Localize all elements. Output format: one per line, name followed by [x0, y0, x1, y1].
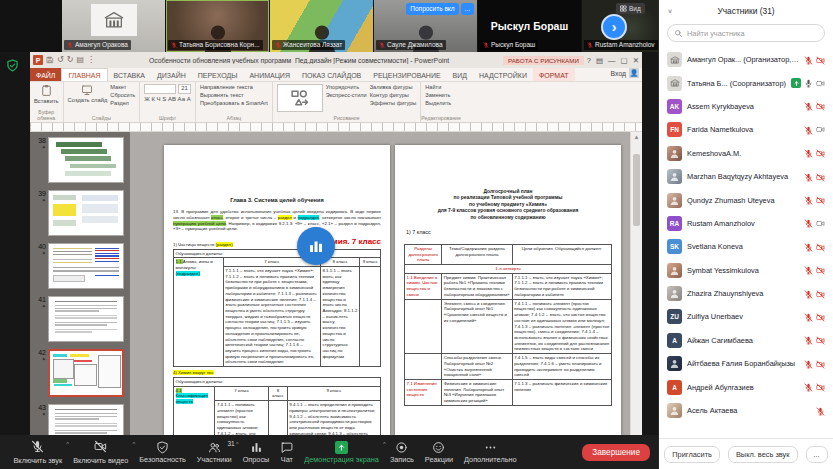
ribbon-options-button[interactable]: ▤	[596, 56, 603, 65]
undo-icon[interactable]: ↺	[57, 55, 64, 65]
tab-надстройки[interactable]: НАДСТРОЙКИ	[473, 68, 533, 81]
reset-button[interactable]: Сбросить	[110, 92, 135, 98]
participant-row[interactable]: Zhazira Zhauynshiyeva	[667, 282, 825, 305]
find-button[interactable]: Найти	[425, 84, 451, 90]
toolbar-mic-off-button[interactable]: Включить звук^	[14, 440, 63, 465]
scroll-up-arrow[interactable]: ▲	[631, 134, 642, 140]
tab-формат[interactable]: ФОРМАТ	[533, 68, 575, 81]
select-button[interactable]: Выделить	[425, 100, 451, 106]
search-participant-input[interactable]: Найти участника	[667, 24, 825, 42]
slide-thumbnail-41[interactable]: 41✦	[32, 296, 124, 342]
toolbar-chat-button[interactable]: Чат	[280, 440, 293, 465]
redo-icon[interactable]: ↻	[67, 55, 74, 65]
toolbar-video-off-button[interactable]: Включить видео^	[73, 440, 128, 465]
scrollbar-thumb[interactable]	[633, 154, 640, 226]
participant-row[interactable]: Symbat Yessimkulova	[667, 259, 825, 282]
participant-row[interactable]: Асель Актаева	[667, 399, 825, 422]
paste-button[interactable]: Вставить	[34, 84, 59, 104]
video-tile[interactable]: Жансеитова Ляззат	[270, 0, 373, 52]
convert-smartart-button[interactable]: Преобразовать в SmartArt	[200, 100, 268, 106]
participant-row[interactable]: FNFarida Nametkulova	[667, 118, 825, 141]
tab-файл[interactable]: ФАЙЛ	[30, 68, 61, 81]
replace-button[interactable]: Заменить	[425, 92, 451, 98]
chevron-up-icon[interactable]: ^	[236, 441, 239, 447]
tab-анимация[interactable]: АНИМАЦИЯ	[243, 68, 296, 81]
video-tile[interactable]: Татьяна Борисовна Корн...	[166, 0, 269, 52]
collapse-chevron-icon[interactable]: ˅	[668, 8, 672, 15]
arrange-button[interactable]: Упорядочить	[326, 84, 367, 90]
view-button[interactable]: Вид	[616, 3, 645, 14]
font-name-select[interactable]	[144, 84, 176, 94]
shape-effects-button[interactable]: Эффекты фигуры	[370, 100, 417, 106]
shape-fill-button[interactable]: Заливка фигуры	[370, 84, 417, 90]
slide-thumbnail-42[interactable]: 42✦	[32, 349, 124, 397]
slide-preview[interactable]	[48, 137, 124, 183]
shape-gallery[interactable]	[277, 84, 323, 112]
slide-preview[interactable]	[48, 243, 124, 289]
participant-row[interactable]: ААндрей Абулгазиев	[667, 375, 825, 398]
toolbar-reactions-button[interactable]: Реакции	[425, 440, 453, 465]
vertical-scrollbar[interactable]: ▲	[630, 132, 642, 469]
participant-row[interactable]: RARustam Amanzholov	[667, 212, 825, 235]
slide-editing-area[interactable]: Глава 3. Система целей обучения 13. В пр…	[130, 132, 642, 469]
chart-annotation-icon[interactable]	[297, 227, 335, 265]
close-button[interactable]: ✕	[633, 56, 639, 65]
participant-row[interactable]: Амангул Орак... (Организатор, я)	[667, 48, 825, 71]
customize-qat-icon[interactable]: ⋮	[87, 55, 95, 65]
slide-thumbnail-40[interactable]: 40✦	[32, 243, 124, 289]
help-button[interactable]: ?	[587, 56, 591, 65]
mute-all-button[interactable]: Выкл. весь звук	[728, 446, 798, 463]
tab-показ слайдов[interactable]: ПОКАЗ СЛАЙДОВ	[296, 68, 367, 81]
tab-дизайн[interactable]: ДИЗАЙН	[151, 68, 192, 81]
align-text-button[interactable]: Выровнять текст	[200, 92, 268, 98]
participant-row[interactable]: SKSvetlana Koneva	[667, 235, 825, 258]
end-meeting-button[interactable]: Завершение	[582, 444, 650, 461]
quick-styles-button[interactable]: Экспресс-стили	[326, 92, 367, 98]
tab-вставка[interactable]: ВСТАВКА	[108, 68, 151, 81]
text-direction-button[interactable]: Направление текста	[200, 84, 268, 90]
slideshow-icon[interactable]: ▤	[76, 55, 84, 65]
tab-главная[interactable]: ГЛАВНАЯ	[61, 68, 107, 81]
new-slide-button[interactable]: Создать слайд	[68, 84, 108, 103]
participant-row[interactable]: ААйжан Сагимбаева	[667, 329, 825, 352]
section-button[interactable]: Раздел	[110, 100, 135, 106]
toolbar-more-button[interactable]: Дополнительно	[464, 440, 517, 465]
slide-thumbnail-38[interactable]: 38✦	[32, 137, 124, 183]
participant-row[interactable]: Айтбаева Ғалия Боранбайқызы	[667, 352, 825, 375]
video-tile[interactable]: Рыскул БорашРыскул Бораш	[478, 0, 581, 52]
tab-рецензирование[interactable]: РЕЦЕНЗИРОВАНИЕ	[367, 68, 446, 81]
next-participants-button[interactable]: ›	[601, 14, 627, 40]
slide-thumbnails-panel[interactable]: 38✦39✦40✦41✦42✦43✦	[30, 132, 130, 469]
video-tile[interactable]: Амангул Оракова	[62, 0, 165, 52]
participant-row[interactable]: Qundyz Zhumash Uteyeva	[667, 188, 825, 211]
more-button[interactable]: ...	[806, 446, 828, 463]
participant-row[interactable]: KemeshovaA.M.	[667, 142, 825, 165]
participant-row[interactable]: Marzhan Baqytqyzy Akhtayeva	[667, 165, 825, 188]
chevron-up-icon[interactable]: ^	[132, 441, 135, 447]
window-controls[interactable]: ? ▤ ― ▢ ✕	[587, 56, 639, 65]
more-options-button[interactable]: ...	[461, 3, 474, 15]
shape-outline-button[interactable]: Контур фигуры	[370, 92, 417, 98]
quick-access-toolbar[interactable]: P ↺ ↻ ▤ ⋮	[33, 55, 95, 65]
slide-preview[interactable]	[48, 296, 124, 342]
slide-thumbnail-39[interactable]: 39✦	[32, 190, 124, 236]
slide-preview[interactable]	[48, 349, 124, 397]
tab-переходы[interactable]: ПЕРЕХОДЫ	[192, 68, 244, 81]
video-tile[interactable]: Попросить вкл...Сауле Джамилова	[374, 0, 477, 52]
participant-row[interactable]: ZUZulfiya Unerbaev	[667, 305, 825, 328]
participant-row[interactable]: AKAssem Kyrykbayeva	[667, 95, 825, 118]
font-size-select[interactable]: 21	[178, 84, 191, 94]
slide-preview[interactable]	[48, 190, 124, 236]
tab-вид[interactable]: ВИД	[447, 68, 473, 81]
sign-in[interactable]: Вход 👤	[611, 68, 639, 78]
restore-button[interactable]: ▢	[621, 56, 628, 65]
toolbar-polls-button[interactable]: Опросы	[243, 440, 270, 465]
minimize-button[interactable]: ―	[608, 56, 616, 65]
toolbar-participants-button[interactable]: Участники31^	[197, 440, 232, 465]
toolbar-shield-button[interactable]: Безопасность	[139, 440, 186, 465]
ask-to-unmute-button[interactable]: Попросить вкл	[406, 3, 458, 15]
invite-button[interactable]: Пригласить	[664, 446, 720, 463]
toolbar-share-screen-button[interactable]: Демонстрация экрана^	[304, 440, 379, 465]
layout-button[interactable]: Макет	[110, 84, 135, 90]
font-style-buttons[interactable]: Ж К Ч S АВ Аа А	[144, 96, 191, 102]
